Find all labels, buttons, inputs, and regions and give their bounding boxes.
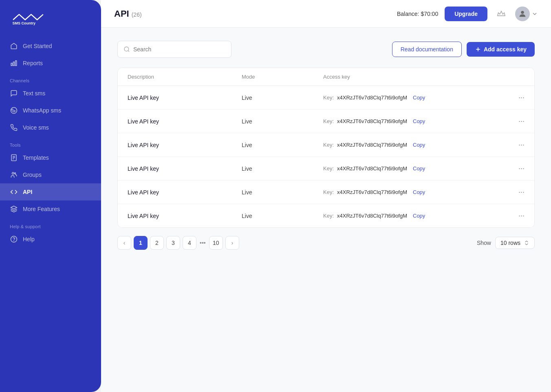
tools-section-label: Tools <box>0 136 101 149</box>
toolbar-actions: Read documentation Add access key <box>392 42 535 57</box>
read-documentation-button[interactable]: Read documentation <box>392 42 462 57</box>
sidebar-item-more-features[interactable]: More Features <box>0 200 101 218</box>
row-more-button[interactable]: ··· <box>504 211 525 220</box>
sidebar-item-label: Help <box>23 236 35 242</box>
sidebar-item-api[interactable]: API <box>0 183 101 200</box>
sidebar-item-label: API <box>23 189 32 195</box>
row-key: Key: x4XRzJT6v7d8Clq77t6i9ofgM Copy <box>323 94 504 101</box>
row-description: Live API key <box>128 118 242 125</box>
sidebar-item-reports[interactable]: Reports <box>0 55 101 72</box>
table-row: Live API key Live Key: x4XRzJT6v7d8Clq77… <box>118 204 534 227</box>
row-description: Live API key <box>128 165 242 172</box>
balance-display: Balance: $70:00 <box>397 11 438 17</box>
add-access-key-button[interactable]: Add access key <box>467 42 535 57</box>
svg-rect-2 <box>13 62 15 66</box>
copy-button[interactable]: Copy <box>410 117 428 125</box>
prev-page-button[interactable]: ‹ <box>117 236 131 250</box>
row-key: Key: x4XRzJT6v7d8Clq77t6i9ofgM Copy <box>323 165 504 172</box>
page-title: API (26) <box>114 9 142 19</box>
page-button-4[interactable]: 4 <box>183 236 196 250</box>
group-icon <box>10 171 18 179</box>
show-label: Show <box>477 240 491 246</box>
header-right-section: Balance: $70:00 Upgrade <box>397 7 538 21</box>
sidebar-item-help[interactable]: Help <box>0 231 101 248</box>
avatar <box>515 7 530 21</box>
svg-point-9 <box>12 172 14 174</box>
row-mode: Live <box>242 95 323 101</box>
row-more-button[interactable]: ··· <box>504 188 525 196</box>
page-button-2[interactable]: 2 <box>150 236 164 250</box>
row-description: Live API key <box>128 142 242 148</box>
svg-marker-11 <box>11 206 17 209</box>
row-mode: Live <box>242 142 323 148</box>
sidebar-item-label: Groups <box>23 172 42 178</box>
sidebar: SMS Country Get Started Reports Channels <box>0 0 101 392</box>
sidebar-item-label: Templates <box>23 154 49 161</box>
user-menu[interactable] <box>515 7 538 21</box>
code-icon <box>10 188 18 196</box>
sidebar-item-label: More Features <box>23 206 60 212</box>
table-header-row: Description Mode Access key <box>118 68 534 86</box>
help-section-label: Help & support <box>0 218 101 231</box>
svg-line-16 <box>128 51 129 52</box>
copy-button[interactable]: Copy <box>410 188 428 196</box>
pagination: ‹ 1 2 3 4 ••• 10 › Show 10 rows <box>117 228 535 251</box>
row-description: Live API key <box>128 213 242 219</box>
page-button-10[interactable]: 10 <box>209 236 223 250</box>
svg-point-14 <box>521 11 524 13</box>
crown-button[interactable] <box>494 7 509 21</box>
row-mode: Live <box>242 165 323 172</box>
copy-button[interactable]: Copy <box>410 212 428 220</box>
sidebar-item-groups[interactable]: Groups <box>0 166 101 183</box>
row-mode: Live <box>242 189 323 196</box>
row-more-button[interactable]: ··· <box>504 117 525 126</box>
page-button-3[interactable]: 3 <box>166 236 180 250</box>
search-box[interactable] <box>117 41 231 58</box>
chevron-down-icon <box>531 11 538 17</box>
col-access-key: Access key <box>323 74 504 80</box>
sidebar-item-label: Get Started <box>23 43 52 49</box>
copy-button[interactable]: Copy <box>410 141 428 149</box>
sidebar-item-text-sms[interactable]: Text sms <box>0 85 101 102</box>
sidebar-item-voice-sms[interactable]: Voice sms <box>0 119 101 136</box>
row-more-button[interactable]: ··· <box>504 93 525 102</box>
document-icon <box>10 154 18 162</box>
svg-text:SMS Country: SMS Country <box>13 21 36 25</box>
sidebar-item-get-started[interactable]: Get Started <box>0 37 101 55</box>
row-mode: Live <box>242 213 323 219</box>
copy-button[interactable]: Copy <box>410 165 428 172</box>
upgrade-button[interactable]: Upgrade <box>445 7 487 21</box>
col-description: Description <box>128 74 242 80</box>
row-more-button[interactable]: ··· <box>504 141 525 149</box>
logo-area: SMS Country <box>0 0 101 34</box>
row-key: Key: x4XRzJT6v7d8Clq77t6i9ofgM Copy <box>323 212 504 220</box>
table-row: Live API key Live Key: x4XRzJT6v7d8Clq77… <box>118 157 534 181</box>
table-row: Live API key Live Key: x4XRzJT6v7d8Clq77… <box>118 133 534 157</box>
home-icon <box>10 42 18 50</box>
api-keys-table: Description Mode Access key Live API key… <box>117 68 535 228</box>
bar-chart-icon <box>10 59 18 67</box>
row-key: Key: x4XRzJT6v7d8Clq77t6i9ofgM Copy <box>323 188 504 196</box>
sidebar-item-label: WhatsApp sms <box>23 107 61 114</box>
crown-icon <box>497 9 506 18</box>
next-page-button[interactable]: › <box>225 236 239 250</box>
show-rows-control: Show 10 rows <box>477 237 535 249</box>
row-more-button[interactable]: ··· <box>504 164 525 173</box>
help-icon <box>10 235 18 243</box>
sidebar-item-templates[interactable]: Templates <box>0 149 101 166</box>
table-row: Live API key Live Key: x4XRzJT6v7d8Clq77… <box>118 86 534 110</box>
chat-icon <box>10 89 18 97</box>
rows-per-page-select[interactable]: 10 rows <box>495 237 535 249</box>
row-key: Key: x4XRzJT6v7d8Clq77t6i9ofgM Copy <box>323 141 504 149</box>
search-input[interactable] <box>133 46 225 53</box>
sidebar-item-label: Text sms <box>23 90 45 97</box>
col-actions <box>504 74 525 80</box>
page-header: API (26) Balance: $70:00 Upgrade <box>101 0 551 28</box>
svg-point-13 <box>14 240 14 241</box>
copy-button[interactable]: Copy <box>410 94 428 101</box>
sidebar-item-whatsapp-sms[interactable]: WhatsApp sms <box>0 102 101 119</box>
svg-point-10 <box>15 173 16 174</box>
channels-section-label: Channels <box>0 72 101 85</box>
chevron-updown-icon <box>524 240 529 246</box>
page-button-1[interactable]: 1 <box>134 236 148 250</box>
